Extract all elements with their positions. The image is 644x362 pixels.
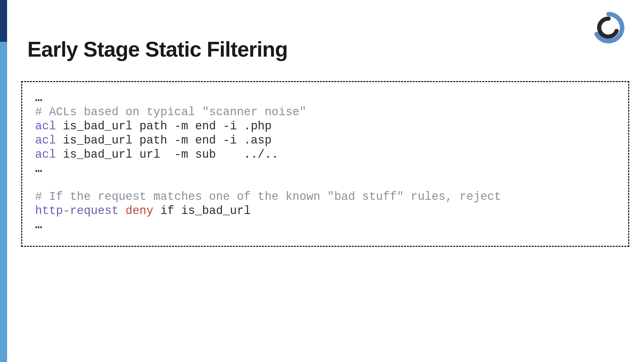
code-ellipsis: … [35,162,42,175]
slide-title: Early Stage Static Filtering [27,37,288,61]
code-keyword-acl: acl [35,148,56,161]
code-comment: # ACLs based on typical "scanner noise" [35,106,307,119]
code-block: … # ACLs based on typical "scanner noise… [21,81,629,247]
code-comment: # If the request matches one of the know… [35,190,501,203]
code-text: is_bad_url url -m sub ../.. [56,148,279,161]
code-keyword-http-request: http-request [35,204,118,218]
haproxy-logo-icon [592,12,625,44]
side-accent-light [0,42,7,362]
code-keyword-acl: acl [35,134,56,147]
code-ellipsis: … [35,91,42,105]
code-keyword-acl: acl [35,120,56,133]
code-keyword-deny: deny [118,204,153,218]
code-text: is_bad_url path -m end -i .asp [56,134,272,147]
side-accent-dark [0,0,7,42]
code-ellipsis: … [35,218,42,232]
code-text: if is_bad_url [153,204,251,218]
code-text: is_bad_url path -m end -i .php [56,120,272,133]
